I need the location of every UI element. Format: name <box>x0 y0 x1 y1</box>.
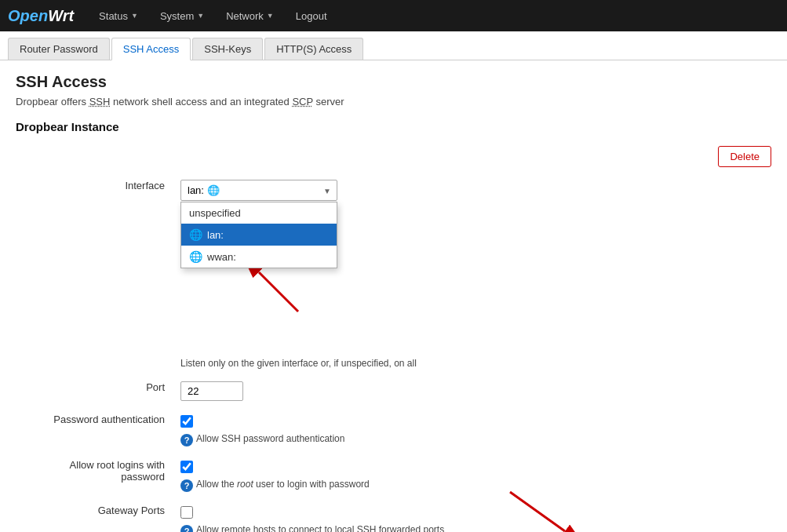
tab-ssh-access[interactable]: SSH Access <box>111 38 191 60</box>
wwan-icon: 🌐 <box>189 250 202 263</box>
dropdown-option-lan[interactable]: 🌐 lan: <box>181 224 337 246</box>
interface-select[interactable]: unspecified lan: 🌐 wwan: 🌐 <box>180 180 337 201</box>
instance-header: Delete <box>16 146 771 167</box>
allow-root-control: ? Allow the root user to login with pass… <box>173 453 771 498</box>
form-table: Interface unspecified lan: 🌐 wwan: 🌐 ▼ <box>16 173 771 532</box>
password-auth-help: ? Allow SSH password authentication <box>180 433 763 446</box>
interface-control: unspecified lan: 🌐 wwan: 🌐 ▼ unspecified… <box>173 173 771 375</box>
gateway-ports-label: Gateway Ports <box>16 498 173 532</box>
interface-help: Listen only on the given interface or, i… <box>180 358 763 369</box>
dropdown-option-wwan[interactable]: 🌐 wwan: <box>181 246 337 268</box>
gateway-ports-row: Gateway Ports ? Allow remote hosts to co… <box>16 498 771 532</box>
interface-row: Interface unspecified lan: 🌐 wwan: 🌐 ▼ <box>16 173 771 375</box>
page-description: Dropbear offers SSH network shell access… <box>16 96 771 107</box>
navbar: OpenWrt Status ▼ System ▼ Network ▼ Logo… <box>0 0 787 31</box>
port-input[interactable] <box>180 381 243 401</box>
tab-https-access[interactable]: HTTP(S) Access <box>264 38 363 60</box>
section-title: Dropbear Instance <box>16 120 771 133</box>
password-auth-row: Password authentication ? Allow SSH pass… <box>16 407 771 453</box>
allow-root-help-icon: ? <box>180 479 193 492</box>
interface-select-wrapper[interactable]: unspecified lan: 🌐 wwan: 🌐 ▼ <box>180 180 337 201</box>
interface-label: Interface <box>16 173 173 375</box>
password-auth-checkbox[interactable] <box>180 415 193 428</box>
gateway-ports-control: ? Allow remote hosts to connect to local… <box>173 498 771 532</box>
allow-root-help: ? Allow the root user to login with pass… <box>180 479 763 492</box>
delete-button[interactable]: Delete <box>718 146 771 167</box>
lan-icon: 🌐 <box>189 228 202 241</box>
system-dropdown-arrow: ▼ <box>197 12 204 20</box>
port-label: Port <box>16 375 173 407</box>
password-auth-control: ? Allow SSH password authentication <box>173 407 771 453</box>
allow-root-row: Allow root logins with password ? Allow … <box>16 453 771 498</box>
nav-logout[interactable]: Logout <box>286 4 337 28</box>
password-auth-label: Password authentication <box>16 407 173 453</box>
port-control <box>173 375 771 407</box>
allow-root-checkbox[interactable] <box>180 461 193 473</box>
network-dropdown-arrow: ▼ <box>267 12 274 20</box>
main-content: SSH Access Dropbear offers SSH network s… <box>0 60 787 532</box>
page-title: SSH Access <box>16 73 771 91</box>
tab-router-password[interactable]: Router Password <box>8 38 110 60</box>
brand-logo: OpenWrt <box>8 7 74 25</box>
gateway-ports-help: ? Allow remote hosts to connect to local… <box>180 524 763 532</box>
help-icon: ? <box>180 434 193 446</box>
nav-network[interactable]: Network ▼ <box>217 4 283 28</box>
status-dropdown-arrow: ▼ <box>131 12 138 20</box>
nav-status[interactable]: Status ▼ <box>89 4 148 28</box>
gateway-ports-help-icon: ? <box>180 525 193 532</box>
nav-system[interactable]: System ▼ <box>151 4 213 28</box>
gateway-ports-checkbox[interactable] <box>180 506 193 519</box>
port-row: Port <box>16 375 771 407</box>
allow-root-label: Allow root logins with password <box>16 453 173 498</box>
interface-dropdown: unspecified 🌐 lan: 🌐 wwan: <box>180 202 337 268</box>
dropdown-option-unspecified[interactable]: unspecified <box>181 202 337 224</box>
tab-ssh-keys[interactable]: SSH-Keys <box>192 38 263 60</box>
tab-bar: Router Password SSH Access SSH-Keys HTTP… <box>0 31 787 60</box>
